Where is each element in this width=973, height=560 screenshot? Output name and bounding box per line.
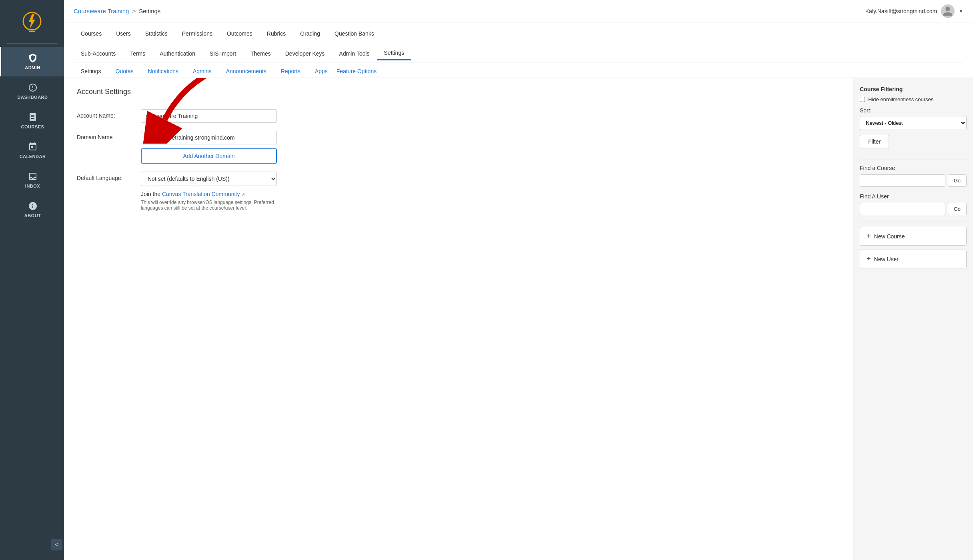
nav-tab-themes[interactable]: Themes: [243, 47, 278, 60]
nav-tab-question-banks[interactable]: Question Banks: [327, 27, 381, 40]
find-user-go-button[interactable]: Go: [948, 203, 967, 215]
canvas-translation-link[interactable]: Canvas Translation Community ↗: [162, 191, 245, 197]
main-content: Account Settings Account Name: Domain Na…: [64, 78, 853, 560]
sidebar: ADMIN DASHBOARD COURSES CALENDAR INBOX A…: [0, 0, 64, 560]
domain-name-field: Add Another Domain: [141, 131, 277, 164]
svg-rect-3: [29, 31, 35, 32]
domain-name-row: Domain Name Add Another Domain: [77, 131, 840, 164]
nav-tab-statistics[interactable]: Statistics: [138, 27, 175, 40]
collapse-button[interactable]: <: [51, 539, 62, 550]
filter-button[interactable]: Filter: [860, 135, 889, 148]
breadcrumb-link[interactable]: Courseware Training: [74, 8, 129, 14]
sidebar-item-courses-label: COURSES: [21, 124, 44, 129]
nav-tab-admin-tools[interactable]: Admin Tools: [332, 47, 377, 60]
sub-tab-admins[interactable]: Admins: [186, 65, 219, 78]
nav-tab-courses[interactable]: Courses: [74, 27, 109, 40]
new-course-label: New Course: [874, 233, 905, 240]
svg-marker-1: [29, 14, 35, 29]
nav-tab-users[interactable]: Users: [109, 27, 138, 40]
sidebar-item-about-label: ABOUT: [24, 213, 41, 218]
default-language-select[interactable]: Not set (defaults to English (US)) Engli…: [141, 172, 277, 186]
sub-tab-quotas[interactable]: Quotas: [108, 65, 141, 78]
domain-field-wrap: Add Another Domain: [141, 131, 277, 164]
find-user-input[interactable]: [860, 203, 945, 215]
sub-tab-reports[interactable]: Reports: [274, 65, 308, 78]
hide-enrollmentless-row: Hide enrollmentless courses: [860, 96, 967, 102]
right-sidebar: Course Filtering Hide enrollmentless cou…: [853, 78, 973, 560]
find-course-input[interactable]: [860, 174, 945, 187]
default-language-row: Default Language: Not set (defaults to E…: [77, 172, 840, 211]
find-user-label: Find A User: [860, 193, 967, 200]
divider-1: [860, 160, 967, 160]
account-name-input[interactable]: [141, 109, 277, 123]
sidebar-collapse: <: [0, 536, 64, 554]
add-domain-button[interactable]: Add Another Domain: [141, 148, 277, 164]
language-helper-text: This will override any browser/OS langua…: [141, 200, 277, 211]
sub-tabs-row: Settings Quotas Notifications Admins Ann…: [74, 62, 963, 78]
hide-enrollmentless-label: Hide enrollmentless courses: [868, 96, 933, 102]
account-name-label: Account Name:: [77, 109, 133, 119]
svg-rect-2: [28, 29, 36, 30]
find-course-row: Go: [860, 174, 967, 187]
new-user-label: New User: [874, 256, 899, 262]
breadcrumb: Courseware Training > Settings: [74, 8, 865, 14]
find-course-label: Find a Course: [860, 165, 967, 171]
nav-tab-sub-accounts[interactable]: Sub-Accounts: [74, 47, 123, 60]
nav-tab-rubrics[interactable]: Rubrics: [260, 27, 293, 40]
breadcrumb-current: Settings: [139, 8, 160, 14]
nav-tab-terms[interactable]: Terms: [123, 47, 152, 60]
main-area: Courseware Training > Settings Kaly.Nasi…: [64, 0, 973, 560]
sidebar-item-courses[interactable]: COURSES: [0, 106, 64, 136]
sub-tab-apps[interactable]: Apps: [308, 65, 335, 78]
canvas-link-row: Join the Canvas Translation Community ↗: [141, 191, 277, 197]
new-course-button[interactable]: + New Course: [860, 227, 967, 246]
nav-row2: Sub-Accounts Terms Authentication SIS Im…: [74, 42, 963, 62]
sidebar-item-calendar[interactable]: CALENDAR: [0, 136, 64, 165]
new-course-plus-icon: +: [867, 232, 871, 240]
divider-2: [860, 222, 967, 222]
nav-tab-authentication[interactable]: Authentication: [152, 47, 202, 60]
account-name-row: Account Name:: [77, 109, 840, 123]
nav-tab-developer-keys[interactable]: Developer Keys: [278, 47, 332, 60]
nav-row1: Courses Users Statistics Permissions Out…: [74, 22, 963, 42]
user-email: Kaly.Nasiff@strongmind.com: [865, 8, 937, 14]
sub-tab-notifications[interactable]: Notifications: [141, 65, 186, 78]
avatar: [941, 4, 955, 18]
new-user-plus-icon: +: [867, 255, 871, 263]
user-dropdown-arrow[interactable]: ▼: [959, 8, 963, 14]
course-filtering-title: Course Filtering: [860, 86, 967, 92]
account-name-field: [141, 109, 277, 123]
sidebar-item-dashboard-label: DASHBOARD: [18, 95, 48, 100]
nav-tab-settings[interactable]: Settings: [377, 46, 412, 60]
default-language-field: Not set (defaults to English (US)) Engli…: [141, 172, 277, 211]
sub-tab-feature-options[interactable]: Feature Options: [335, 65, 384, 78]
default-language-label: Default Language:: [77, 172, 133, 181]
nav-tab-permissions[interactable]: Permissions: [175, 27, 220, 40]
external-link-icon: ↗: [241, 192, 245, 197]
topbar: Courseware Training > Settings Kaly.Nasi…: [64, 0, 973, 22]
new-user-button[interactable]: + New User: [860, 250, 967, 268]
sidebar-item-admin[interactable]: ADMIN: [0, 47, 64, 76]
breadcrumb-separator: >: [132, 8, 136, 14]
sidebar-item-dashboard[interactable]: DASHBOARD: [0, 76, 64, 106]
sub-tab-settings[interactable]: Settings: [74, 65, 108, 78]
sidebar-item-calendar-label: CALENDAR: [20, 154, 46, 159]
domain-name-input[interactable]: [141, 131, 277, 144]
content-area: Account Settings Account Name: Domain Na…: [64, 78, 973, 560]
app-logo: [18, 8, 46, 36]
hide-enrollmentless-checkbox[interactable]: [860, 97, 865, 102]
sidebar-item-admin-label: ADMIN: [25, 65, 40, 70]
find-course-go-button[interactable]: Go: [948, 174, 967, 187]
nav-tab-outcomes[interactable]: Outcomes: [220, 27, 260, 40]
nav-tab-sis-import[interactable]: SIS Import: [202, 47, 243, 60]
sub-tab-announcements[interactable]: Announcements: [219, 65, 274, 78]
sort-label: Sort:: [860, 107, 967, 114]
sidebar-item-inbox[interactable]: INBOX: [0, 165, 64, 195]
nav-tab-grading[interactable]: Grading: [293, 27, 327, 40]
sort-select[interactable]: Newest - Oldest Oldest - Newest Course N…: [860, 116, 967, 130]
sidebar-item-about[interactable]: ABOUT: [0, 195, 64, 224]
sidebar-item-inbox-label: INBOX: [25, 184, 40, 188]
find-user-row: Go: [860, 203, 967, 215]
nav-tabs: Courses Users Statistics Permissions Out…: [64, 22, 973, 78]
topbar-user: Kaly.Nasiff@strongmind.com ▼: [865, 4, 963, 18]
